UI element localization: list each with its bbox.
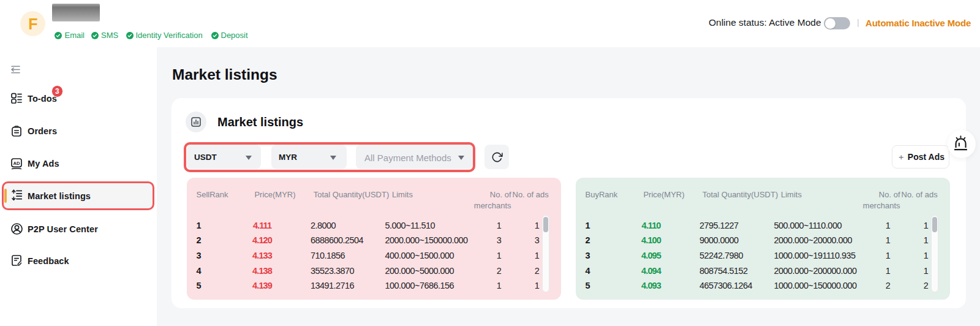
- svg-text:AD: AD: [13, 161, 20, 166]
